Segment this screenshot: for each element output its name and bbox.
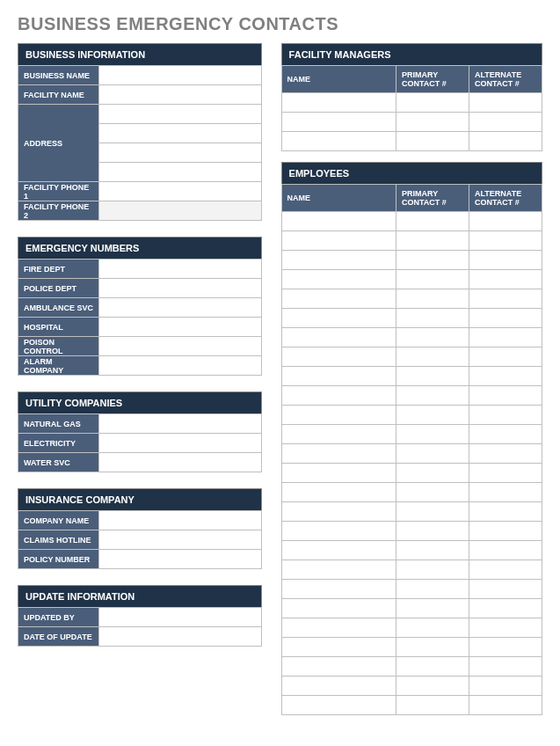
- emp-cell-alternate[interactable]: [469, 522, 542, 541]
- input-claims[interactable]: [99, 530, 262, 550]
- emp-cell-primary[interactable]: [396, 231, 469, 251]
- emp-cell-name[interactable]: [281, 251, 396, 270]
- emp-cell-primary[interactable]: [396, 502, 469, 522]
- emp-cell-name[interactable]: [281, 580, 396, 599]
- emp-cell-alternate[interactable]: [469, 309, 542, 328]
- emp-cell-primary[interactable]: [396, 677, 469, 696]
- emp-cell-primary[interactable]: [396, 309, 469, 328]
- emp-cell-alternate[interactable]: [469, 270, 542, 289]
- emp-cell-name[interactable]: [281, 270, 396, 289]
- emp-cell-alternate[interactable]: [469, 599, 542, 618]
- emp-cell-alternate[interactable]: [469, 367, 542, 386]
- input-water[interactable]: [99, 453, 262, 472]
- emp-cell-alternate[interactable]: [469, 560, 542, 580]
- input-elec[interactable]: [99, 434, 262, 453]
- emp-cell-name[interactable]: [281, 386, 396, 406]
- emp-cell-name[interactable]: [281, 502, 396, 522]
- emp-cell-primary[interactable]: [396, 638, 469, 657]
- input-alarm[interactable]: [99, 356, 262, 376]
- emp-cell-name[interactable]: [281, 367, 396, 386]
- emp-cell-alternate[interactable]: [469, 638, 542, 657]
- emp-cell-name[interactable]: [281, 406, 396, 425]
- emp-cell-name[interactable]: [281, 328, 396, 347]
- emp-cell-primary[interactable]: [396, 425, 469, 444]
- emp-cell-name[interactable]: [281, 347, 396, 367]
- emp-cell-name[interactable]: [281, 289, 396, 309]
- emp-cell-name[interactable]: [281, 309, 396, 328]
- emp-cell-alternate[interactable]: [469, 696, 542, 715]
- fm-cell-name[interactable]: [281, 132, 396, 151]
- emp-cell-alternate[interactable]: [469, 212, 542, 231]
- emp-cell-alternate[interactable]: [469, 251, 542, 270]
- emp-cell-name[interactable]: [281, 212, 396, 231]
- emp-cell-name[interactable]: [281, 638, 396, 657]
- input-gas[interactable]: [99, 414, 262, 434]
- emp-cell-alternate[interactable]: [469, 406, 542, 425]
- emp-cell-primary[interactable]: [396, 696, 469, 715]
- emp-cell-primary[interactable]: [396, 599, 469, 618]
- emp-cell-primary[interactable]: [396, 212, 469, 231]
- emp-cell-name[interactable]: [281, 618, 396, 638]
- emp-cell-alternate[interactable]: [469, 386, 542, 406]
- emp-cell-alternate[interactable]: [469, 231, 542, 251]
- input-hospital[interactable]: [99, 318, 262, 337]
- emp-cell-primary[interactable]: [396, 367, 469, 386]
- input-address-1[interactable]: [99, 105, 262, 124]
- input-fire[interactable]: [99, 260, 262, 279]
- emp-cell-alternate[interactable]: [469, 580, 542, 599]
- emp-cell-primary[interactable]: [396, 483, 469, 502]
- emp-cell-alternate[interactable]: [469, 328, 542, 347]
- fm-cell-alternate[interactable]: [469, 93, 542, 113]
- emp-cell-primary[interactable]: [396, 270, 469, 289]
- emp-cell-primary[interactable]: [396, 386, 469, 406]
- emp-cell-name[interactable]: [281, 464, 396, 483]
- input-date-update[interactable]: [99, 627, 262, 647]
- emp-cell-name[interactable]: [281, 560, 396, 580]
- fm-cell-name[interactable]: [281, 93, 396, 113]
- input-updated-by[interactable]: [99, 608, 262, 627]
- emp-cell-alternate[interactable]: [469, 677, 542, 696]
- emp-cell-primary[interactable]: [396, 444, 469, 464]
- input-policy[interactable]: [99, 550, 262, 569]
- emp-cell-alternate[interactable]: [469, 657, 542, 677]
- emp-cell-primary[interactable]: [396, 560, 469, 580]
- input-address-2[interactable]: [99, 124, 262, 143]
- emp-cell-primary[interactable]: [396, 406, 469, 425]
- input-address-3[interactable]: [99, 143, 262, 163]
- input-police[interactable]: [99, 279, 262, 298]
- input-facility-name[interactable]: [99, 85, 262, 105]
- emp-cell-primary[interactable]: [396, 657, 469, 677]
- emp-cell-primary[interactable]: [396, 328, 469, 347]
- emp-cell-alternate[interactable]: [469, 618, 542, 638]
- emp-cell-primary[interactable]: [396, 580, 469, 599]
- input-phone1[interactable]: [99, 182, 262, 201]
- emp-cell-primary[interactable]: [396, 464, 469, 483]
- input-address-4[interactable]: [99, 163, 262, 182]
- fm-cell-name[interactable]: [281, 113, 396, 132]
- emp-cell-alternate[interactable]: [469, 483, 542, 502]
- input-company[interactable]: [99, 511, 262, 530]
- fm-cell-alternate[interactable]: [469, 132, 542, 151]
- emp-cell-name[interactable]: [281, 677, 396, 696]
- emp-cell-primary[interactable]: [396, 347, 469, 367]
- emp-cell-alternate[interactable]: [469, 425, 542, 444]
- fm-cell-primary[interactable]: [396, 93, 469, 113]
- emp-cell-name[interactable]: [281, 657, 396, 677]
- emp-cell-name[interactable]: [281, 483, 396, 502]
- emp-cell-alternate[interactable]: [469, 347, 542, 367]
- input-business-name[interactable]: [99, 66, 262, 85]
- emp-cell-primary[interactable]: [396, 522, 469, 541]
- emp-cell-name[interactable]: [281, 231, 396, 251]
- emp-cell-primary[interactable]: [396, 251, 469, 270]
- emp-cell-primary[interactable]: [396, 289, 469, 309]
- emp-cell-name[interactable]: [281, 425, 396, 444]
- emp-cell-name[interactable]: [281, 599, 396, 618]
- input-ambulance[interactable]: [99, 298, 262, 318]
- emp-cell-alternate[interactable]: [469, 444, 542, 464]
- emp-cell-alternate[interactable]: [469, 502, 542, 522]
- emp-cell-name[interactable]: [281, 444, 396, 464]
- emp-cell-alternate[interactable]: [469, 464, 542, 483]
- emp-cell-primary[interactable]: [396, 618, 469, 638]
- emp-cell-name[interactable]: [281, 541, 396, 560]
- emp-cell-alternate[interactable]: [469, 541, 542, 560]
